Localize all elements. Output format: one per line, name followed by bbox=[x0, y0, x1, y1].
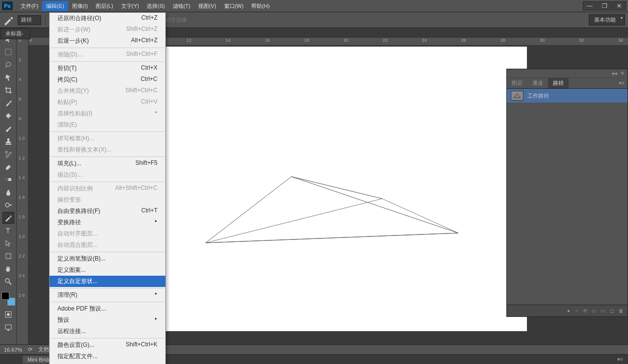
menu-view[interactable]: 视图(V) bbox=[194, 1, 220, 11]
menu-purge[interactable]: 清理(R) bbox=[50, 289, 165, 301]
zoom-level[interactable]: 16.67% bbox=[4, 347, 22, 353]
stamp-tool[interactable] bbox=[2, 135, 14, 147]
canvas[interactable] bbox=[120, 47, 527, 331]
menu-copy-merged: 合并拷贝(Y)Shift+Ctrl+C bbox=[50, 85, 165, 97]
paths-list: 工作路径 bbox=[507, 89, 628, 305]
shape-tool[interactable] bbox=[2, 250, 14, 262]
edit-dropdown-menu: 还原闭合路径(O)Ctrl+Z 前进一步(W)Shift+Ctrl+Z 后退一步… bbox=[49, 12, 166, 364]
titlebar: Ps 文件(F) 编辑(E) 图像(I) 图层(L) 文字(Y) 选择(S) 滤… bbox=[0, 0, 628, 12]
menu-find-replace: 查找和替换文本(X)... bbox=[50, 144, 165, 156]
eyedropper-tool[interactable] bbox=[2, 97, 14, 109]
menu-type[interactable]: 文字(Y) bbox=[117, 1, 143, 11]
menu-filter[interactable]: 滤镜(T) bbox=[169, 1, 194, 11]
menu-adobe-pdf[interactable]: Adobe PDF 预设... bbox=[50, 303, 165, 314]
blur-tool[interactable] bbox=[2, 186, 14, 198]
sync-icon[interactable]: ⟳ bbox=[28, 346, 32, 353]
brush-tool[interactable] bbox=[2, 123, 14, 134]
svg-point-19 bbox=[5, 279, 9, 283]
ruler-tick: 2 6 bbox=[17, 293, 28, 298]
tab-paths[interactable]: 路径 bbox=[548, 78, 569, 88]
history-brush-tool[interactable] bbox=[2, 148, 14, 160]
menu-copy[interactable]: 拷贝(C)Ctrl+C bbox=[50, 74, 165, 85]
gradient-tool[interactable] bbox=[2, 174, 14, 185]
zoom-tool[interactable] bbox=[2, 276, 14, 287]
load-selection-icon[interactable]: ⟲ bbox=[583, 308, 587, 313]
menu-select[interactable]: 选择(S) bbox=[143, 1, 169, 11]
menu-color-settings[interactable]: 颜色设置(G)...Shift+Ctrl+K bbox=[50, 339, 165, 351]
menu-check-spelling: 拼写检查(H)... bbox=[50, 133, 165, 144]
ruler-tick: 1 8 bbox=[17, 214, 28, 219]
menu-cut[interactable]: 剪切(T)Ctrl+X bbox=[50, 63, 165, 74]
panel-collapse-icon[interactable]: ◂◂ bbox=[611, 70, 617, 77]
panel-menu-icon[interactable]: ▾≡ bbox=[619, 80, 625, 86]
menu-transform-path[interactable]: 变换路径 bbox=[50, 217, 165, 228]
svg-rect-11 bbox=[5, 144, 11, 145]
fill-path-icon[interactable]: ● bbox=[567, 308, 570, 313]
svg-point-12 bbox=[5, 151, 7, 153]
svg-rect-16 bbox=[9, 205, 12, 206]
mask-icon[interactable]: ▭ bbox=[601, 308, 605, 313]
panel-close-icon[interactable]: ✕ bbox=[620, 70, 625, 77]
marquee-tool[interactable] bbox=[2, 46, 14, 58]
menu-file[interactable]: 文件(F) bbox=[17, 1, 42, 11]
menu-window[interactable]: 窗口(W) bbox=[220, 1, 248, 11]
svg-point-6 bbox=[6, 62, 11, 66]
tab-layers[interactable]: 图层 bbox=[507, 78, 527, 88]
menu-help[interactable]: 帮助(H) bbox=[247, 1, 273, 11]
stroke-path-icon[interactable]: ○ bbox=[575, 308, 578, 313]
menu-layer[interactable]: 图层(L) bbox=[92, 1, 117, 11]
make-path-icon[interactable]: ◇ bbox=[592, 308, 596, 313]
ruler-tick: 24 bbox=[421, 38, 460, 45]
svg-line-20 bbox=[9, 282, 11, 285]
new-path-icon[interactable]: ◻ bbox=[610, 308, 614, 313]
quick-mask-icon[interactable] bbox=[2, 309, 14, 320]
foreground-color[interactable] bbox=[1, 292, 9, 300]
menu-edit[interactable]: 编辑(E) bbox=[42, 1, 68, 11]
menu-paste: 粘贴(P)Ctrl+V bbox=[50, 97, 165, 108]
workspace-switcher[interactable]: 基本功能 bbox=[589, 14, 625, 26]
menu-fill[interactable]: 填充(L)...Shift+F5 bbox=[50, 158, 165, 169]
path-mode-dropdown[interactable]: 路径 bbox=[18, 15, 41, 25]
pen-tool[interactable] bbox=[2, 212, 14, 224]
bottom-menu-icon[interactable]: ▾≡ bbox=[617, 356, 628, 363]
menu-assign-profile[interactable]: 指定配置文件... bbox=[50, 351, 165, 362]
minimize-button[interactable]: — bbox=[583, 1, 597, 10]
tab-channels[interactable]: 通道 bbox=[527, 78, 548, 88]
crop-tool[interactable] bbox=[2, 84, 14, 96]
menu-puppet-warp: 操控变形 bbox=[50, 194, 165, 206]
menu-free-transform-path[interactable]: 自由变换路径(F)Ctrl+T bbox=[50, 206, 165, 217]
screen-mode-icon[interactable] bbox=[2, 321, 14, 333]
color-swatches[interactable] bbox=[1, 292, 15, 306]
ruler-tick: 14 bbox=[225, 38, 264, 45]
menu-define-custom-shape[interactable]: 定义自定形状... bbox=[50, 276, 165, 287]
path-item-label: 工作路径 bbox=[527, 92, 549, 100]
menu-convert-profile[interactable]: 转换为配置文件(V)... bbox=[50, 362, 165, 364]
heal-tool[interactable] bbox=[2, 110, 14, 122]
menu-remote-connect[interactable]: 远程连接... bbox=[50, 326, 165, 337]
menu-stroke: 描边(S)... bbox=[50, 169, 165, 181]
quick-select-tool[interactable] bbox=[2, 72, 14, 83]
menu-define-pattern[interactable]: 定义图案... bbox=[50, 264, 165, 276]
menu-undo-close-path[interactable]: 还原闭合路径(O)Ctrl+Z bbox=[50, 13, 165, 24]
ruler-tick: 1 6 bbox=[17, 195, 28, 200]
ruler-tick: 16 bbox=[264, 38, 303, 45]
menu-step-backward[interactable]: 后退一步(K)Alt+Ctrl+Z bbox=[50, 35, 165, 47]
menu-presets[interactable]: 预设 bbox=[50, 314, 165, 326]
pen-tool-icon[interactable] bbox=[3, 15, 14, 26]
document-tab[interactable]: 未标题- bbox=[0, 28, 30, 39]
type-tool[interactable]: T bbox=[2, 225, 14, 236]
lasso-tool[interactable] bbox=[2, 59, 14, 71]
ruler-tick: 8 bbox=[17, 116, 28, 121]
ruler-tick: 22 bbox=[382, 38, 421, 45]
path-item-work-path[interactable]: 工作路径 bbox=[507, 89, 628, 103]
menu-define-brush[interactable]: 定义画笔预设(B)... bbox=[50, 253, 165, 264]
path-select-tool[interactable] bbox=[2, 237, 14, 249]
maximize-button[interactable]: ❐ bbox=[598, 1, 611, 10]
dodge-tool[interactable] bbox=[2, 199, 14, 211]
menu-image[interactable]: 图像(I) bbox=[68, 1, 92, 11]
eraser-tool[interactable] bbox=[2, 161, 14, 173]
svg-rect-18 bbox=[6, 254, 11, 259]
hand-tool[interactable] bbox=[2, 263, 14, 275]
delete-path-icon[interactable]: 🗑 bbox=[619, 308, 624, 313]
close-button[interactable]: ✕ bbox=[612, 1, 626, 10]
